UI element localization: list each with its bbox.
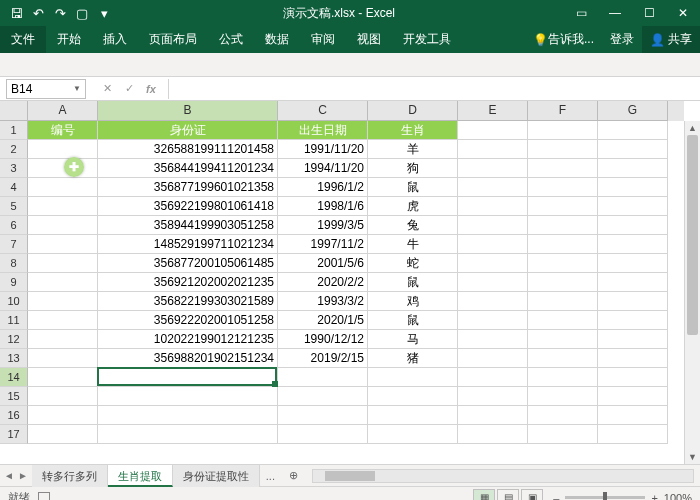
cell-G17[interactable] <box>598 425 668 444</box>
zoom-level[interactable]: 100% <box>664 492 692 501</box>
sheet-tab-3[interactable]: 身份证提取性 <box>173 465 260 487</box>
cell-G4[interactable] <box>598 178 668 197</box>
cell-A4[interactable] <box>28 178 98 197</box>
tell-me[interactable]: 💡 告诉我... <box>525 26 602 53</box>
cell-C1[interactable]: 出生日期 <box>278 121 368 140</box>
row-header-1[interactable]: 1 <box>0 121 28 140</box>
cell-D1[interactable]: 生肖 <box>368 121 458 140</box>
cell-E9[interactable] <box>458 273 528 292</box>
cell-C7[interactable]: 1997/11/2 <box>278 235 368 254</box>
sheet-tab-1[interactable]: 转多行多列 <box>32 465 108 487</box>
col-header-F[interactable]: F <box>528 101 598 121</box>
row-header-2[interactable]: 2 <box>0 140 28 159</box>
cell-G12[interactable] <box>598 330 668 349</box>
cell-C10[interactable]: 1993/3/2 <box>278 292 368 311</box>
horizontal-scrollbar[interactable] <box>312 469 694 483</box>
cell-D9[interactable]: 鼠 <box>368 273 458 292</box>
row-header-10[interactable]: 10 <box>0 292 28 311</box>
tab-review[interactable]: 审阅 <box>300 26 346 53</box>
maximize-icon[interactable]: ☐ <box>632 0 666 26</box>
cell-D16[interactable] <box>368 406 458 425</box>
cell-D2[interactable]: 羊 <box>368 140 458 159</box>
col-header-C[interactable]: C <box>278 101 368 121</box>
cell-F8[interactable] <box>528 254 598 273</box>
cell-B1[interactable]: 身份证 <box>98 121 278 140</box>
cell-F4[interactable] <box>528 178 598 197</box>
zoom-knob[interactable] <box>603 492 607 500</box>
cell-E8[interactable] <box>458 254 528 273</box>
cell-G15[interactable] <box>598 387 668 406</box>
cell-E10[interactable] <box>458 292 528 311</box>
cell-F15[interactable] <box>528 387 598 406</box>
cell-D8[interactable]: 蛇 <box>368 254 458 273</box>
cell-G11[interactable] <box>598 311 668 330</box>
cell-C12[interactable]: 1990/12/12 <box>278 330 368 349</box>
cell-B4[interactable]: 356877199601021358 <box>98 178 278 197</box>
cell-F13[interactable] <box>528 349 598 368</box>
row-headers[interactable]: 1234567891011121314151617 <box>0 121 28 444</box>
cell-G14[interactable] <box>598 368 668 387</box>
cell-D5[interactable]: 虎 <box>368 197 458 216</box>
cell-A2[interactable] <box>28 140 98 159</box>
cell-A16[interactable] <box>28 406 98 425</box>
row-header-15[interactable]: 15 <box>0 387 28 406</box>
cell-B11[interactable]: 356922202001051258 <box>98 311 278 330</box>
cell-E2[interactable] <box>458 140 528 159</box>
normal-view-icon[interactable]: ▦ <box>473 489 495 501</box>
tab-insert[interactable]: 插入 <box>92 26 138 53</box>
cell-G1[interactable] <box>598 121 668 140</box>
cell-D15[interactable] <box>368 387 458 406</box>
row-header-5[interactable]: 5 <box>0 197 28 216</box>
ribbon-display-icon[interactable]: ▭ <box>564 0 598 26</box>
cell-E12[interactable] <box>458 330 528 349</box>
row-header-11[interactable]: 11 <box>0 311 28 330</box>
tab-dev[interactable]: 开发工具 <box>392 26 462 53</box>
new-file-icon[interactable]: ▢ <box>72 3 92 23</box>
col-header-G[interactable]: G <box>598 101 668 121</box>
cell-C15[interactable] <box>278 387 368 406</box>
cell-C6[interactable]: 1999/3/5 <box>278 216 368 235</box>
spreadsheet-grid[interactable]: ABCDEFG 1234567891011121314151617 编号身份证出… <box>0 101 700 464</box>
row-header-13[interactable]: 13 <box>0 349 28 368</box>
tab-layout[interactable]: 页面布局 <box>138 26 208 53</box>
cell-B5[interactable]: 356922199801061418 <box>98 197 278 216</box>
cell-B2[interactable]: 326588199111201458 <box>98 140 278 159</box>
cell-D6[interactable]: 兔 <box>368 216 458 235</box>
col-header-A[interactable]: A <box>28 101 98 121</box>
cell-G5[interactable] <box>598 197 668 216</box>
add-sheet-icon[interactable]: ⊕ <box>281 469 306 482</box>
page-break-view-icon[interactable]: ▣ <box>521 489 543 501</box>
cell-E4[interactable] <box>458 178 528 197</box>
cell-A12[interactable] <box>28 330 98 349</box>
cell-D14[interactable] <box>368 368 458 387</box>
row-header-16[interactable]: 16 <box>0 406 28 425</box>
cell-G3[interactable] <box>598 159 668 178</box>
cell-C8[interactable]: 2001/5/6 <box>278 254 368 273</box>
cell-E5[interactable] <box>458 197 528 216</box>
cell-C11[interactable]: 2020/1/5 <box>278 311 368 330</box>
scroll-thumb[interactable] <box>687 135 698 335</box>
cell-A3[interactable] <box>28 159 98 178</box>
tab-data[interactable]: 数据 <box>254 26 300 53</box>
cell-G6[interactable] <box>598 216 668 235</box>
hscroll-thumb[interactable] <box>325 471 375 481</box>
cell-D17[interactable] <box>368 425 458 444</box>
zoom-out-icon[interactable]: – <box>553 492 559 501</box>
row-header-12[interactable]: 12 <box>0 330 28 349</box>
cell-B8[interactable]: 356877200105061485 <box>98 254 278 273</box>
vertical-scrollbar[interactable]: ▲ ▼ <box>684 121 700 464</box>
cell-E11[interactable] <box>458 311 528 330</box>
cell-F9[interactable] <box>528 273 598 292</box>
formula-input[interactable] <box>169 77 700 100</box>
save-icon[interactable]: 🖫 <box>6 3 26 23</box>
name-box[interactable]: B14 ▼ <box>6 79 86 99</box>
cell-F3[interactable] <box>528 159 598 178</box>
share-button[interactable]: 👤 共享 <box>642 26 700 53</box>
cell-F16[interactable] <box>528 406 598 425</box>
cell-A1[interactable]: 编号 <box>28 121 98 140</box>
cell-B7[interactable]: 148529199711021234 <box>98 235 278 254</box>
cell-C16[interactable] <box>278 406 368 425</box>
cell-B6[interactable]: 358944199903051258 <box>98 216 278 235</box>
cell-D12[interactable]: 马 <box>368 330 458 349</box>
cell-E14[interactable] <box>458 368 528 387</box>
